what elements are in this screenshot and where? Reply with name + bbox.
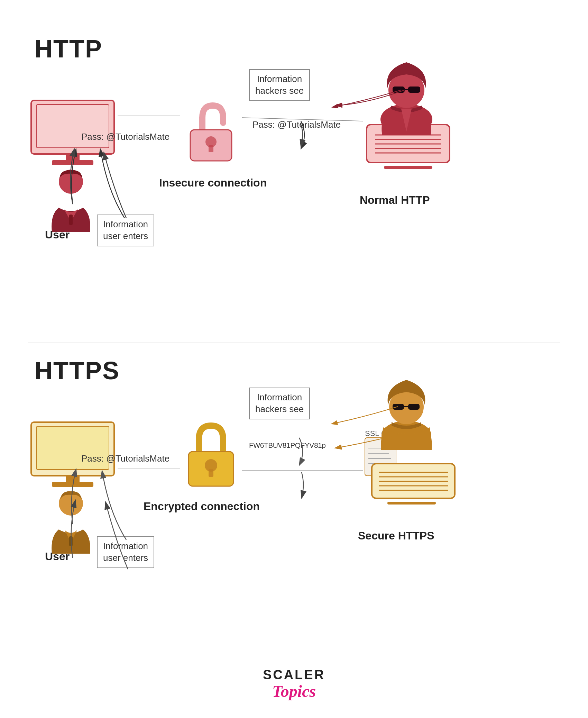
https-label-encrypted: Encrypted connection [144,500,260,513]
https-pass-user-label: Pass: @TutorialsMate [81,453,169,464]
https-label-secure: Secure HTTPS [358,529,434,542]
svg-rect-43 [387,502,436,505]
http-pass-server-label: Pass: @TutorialsMate [252,119,341,130]
https-title: HTTPS [35,356,120,385]
https-info-user-text: Information user enters [97,536,154,568]
https-person [45,488,97,557]
http-info-user-text: Information user enters [97,215,154,246]
svg-rect-30 [209,469,213,477]
topics-text: Topics [263,682,325,701]
http-title: HTTP [35,35,102,63]
http-section: HTTP Pass: @TutorialsMate [0,21,588,322]
svg-rect-2 [66,154,80,160]
http-info-hackers-text: Information hackers see [249,69,310,101]
svg-rect-47 [408,404,420,410]
https-label-user: User [45,550,70,563]
svg-rect-13 [384,166,432,169]
svg-rect-46 [393,404,404,410]
http-lock [183,100,239,163]
svg-rect-6 [209,145,213,152]
svg-rect-17 [408,87,420,93]
svg-rect-3 [52,160,93,165]
https-info-user-box: Information user enters [97,536,154,568]
svg-rect-16 [393,87,405,93]
http-info-hackers-box: Information hackers see [249,69,310,101]
main-container: HTTP Pass: @TutorialsMate [0,0,588,718]
https-info-hackers-box: Information hackers see [249,388,310,419]
svg-rect-27 [52,482,93,487]
scaler-text: SCALER [263,668,325,682]
svg-rect-20 [69,215,73,225]
http-pass-user-label: Pass: @TutorialsMate [81,131,169,142]
http-person [45,166,97,235]
https-info-hackers-text: Information hackers see [249,388,310,419]
https-section: HTTPS Pass: @TutorialsMate [0,343,588,671]
svg-rect-26 [66,476,80,482]
http-label-user: User [45,228,70,241]
svg-rect-50 [69,536,73,546]
http-label-normal: Normal HTTP [360,194,430,207]
https-lock [183,422,239,488]
http-label-insecure: Insecure connection [159,176,267,189]
scaler-logo: SCALER Topics [263,668,325,701]
https-hacker [374,374,439,450]
http-hacker [374,55,439,135]
https-pass-server-label: FW6TBUV81PQFYV81p [249,441,325,449]
http-info-user-box: Information user enters [97,215,154,246]
